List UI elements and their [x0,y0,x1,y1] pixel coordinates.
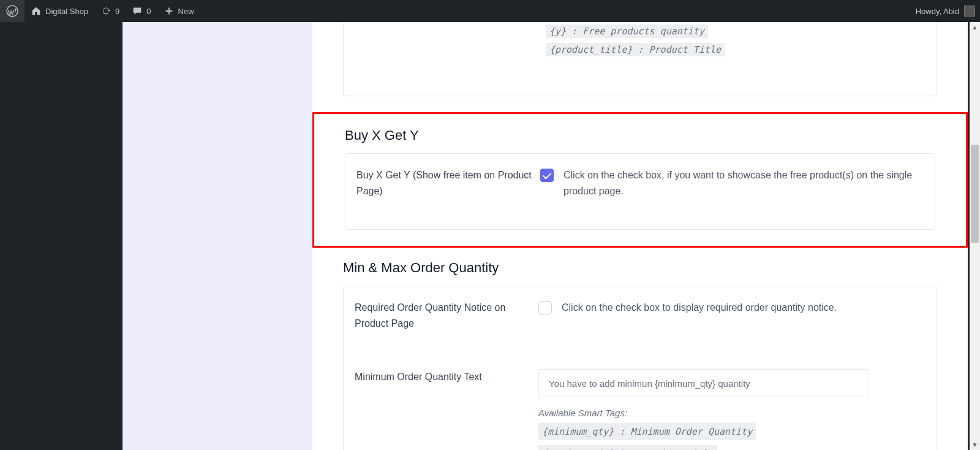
buyxgety-highlight: Buy X Get Y Buy X Get Y (Show free item … [312,112,968,248]
req-qty-label: Required Order Quantity Notice on Produc… [355,300,538,331]
new-content[interactable]: New [157,0,200,22]
smart-tags-panel-partial: {y} : Free products quantity {product_ti… [343,22,937,96]
min-text-label: Minimum Order Quantity Text [355,369,538,450]
scrollbar[interactable]: ▲ ▼ [970,22,980,450]
smart-tag-product-title-2: {product_title} : Product Title [538,445,717,450]
wp-logo[interactable] [0,0,24,22]
minmax-panel: Required Order Quantity Notice on Produc… [343,286,937,450]
avatar [964,6,975,17]
updates[interactable]: 9 [94,0,126,22]
site-home[interactable]: Digital Shop [24,0,94,22]
smart-tag-product-title: {product_title} : Product Title [546,43,725,56]
wordpress-icon [6,5,18,17]
home-icon [31,6,42,17]
scrollbar-thumb[interactable] [971,145,979,243]
comment-icon [132,6,143,17]
new-label: New [178,7,194,16]
smart-tag-y: {y} : Free products quantity [546,25,708,38]
req-qty-checkbox[interactable] [538,301,552,315]
main-content: {y} : Free products quantity {product_ti… [312,22,968,450]
admin-bar: Digital Shop 9 0 New Howdy, Abid [0,0,980,22]
admin-menu [0,22,110,450]
buyxgety-checkbox[interactable] [540,169,554,182]
howdy-text: Howdy, Abid [916,7,959,16]
min-text-input[interactable] [538,369,869,397]
updates-count: 9 [115,7,119,16]
req-qty-help: Click on the check box to display requir… [562,300,837,316]
comments-count: 0 [146,7,151,16]
buyxgety-panel: Buy X Get Y (Show free item on Product P… [345,153,935,230]
buyxgety-help: Click on the check box, if you want to s… [564,167,924,199]
minmax-section-title: Min & Max Order Quantity [343,260,937,276]
plus-icon [164,6,175,17]
site-title: Digital Shop [45,7,88,16]
scroll-down-icon[interactable]: ▼ [970,440,980,450]
smart-tag-min-qty: {minimum_qty} : Minimum Order Quantity [538,423,756,440]
account-menu[interactable]: Howdy, Abid [916,6,980,17]
available-tags-label: Available Smart Tags: [538,406,925,421]
settings-sidebar [123,22,312,450]
buyxgety-field-label: Buy X Get Y (Show free item on Product P… [356,167,540,199]
buyxgety-section-title: Buy X Get Y [345,128,935,143]
scroll-up-icon[interactable]: ▲ [970,22,980,32]
rotate-icon [100,6,111,17]
comments[interactable]: 0 [126,0,157,22]
